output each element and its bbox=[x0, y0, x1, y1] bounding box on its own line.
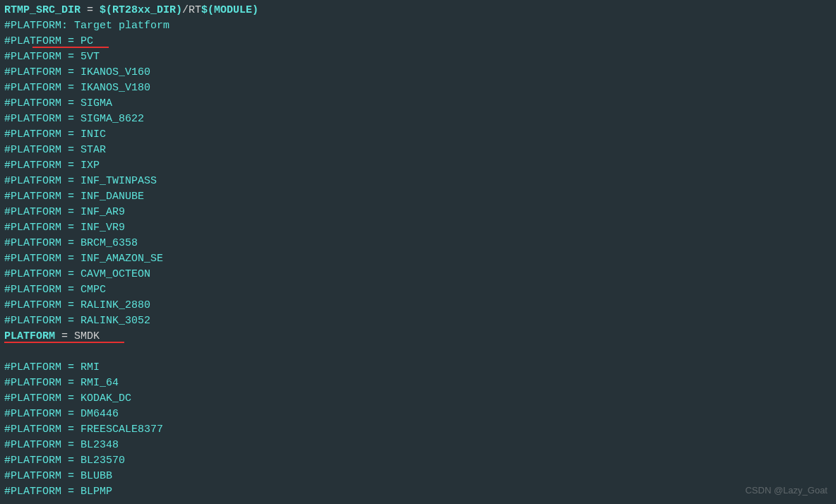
platform-comment: #PLATFORM = SIGMA bbox=[4, 96, 832, 112]
code-line-assignment: RTMP_SRC_DIR = $(RT28xx_DIR)/RT$(MODULE) bbox=[4, 3, 832, 18]
platform-comment: #PLATFORM = CMPC bbox=[4, 282, 832, 298]
path-sep: /RT bbox=[182, 4, 201, 16]
platform-comment: #PLATFORM = IXP bbox=[4, 158, 832, 174]
platform-comment: #PLATFORM = INF_AMAZON_SE bbox=[4, 251, 832, 267]
platform-comment: #PLATFORM = BLUBB bbox=[4, 469, 832, 484]
var-name: RTMP_SRC_DIR bbox=[4, 4, 80, 16]
platform-comment: #PLATFORM = IKANOS_V160 bbox=[4, 65, 832, 80]
var-ref2: $(MODULE) bbox=[201, 4, 258, 16]
platform-comment: #PLATFORM = BLPMP bbox=[4, 484, 832, 500]
platform-comment: #PLATFORM = CAVM_OCTEON bbox=[4, 267, 832, 282]
platform-comment: #PLATFORM = BL2348 bbox=[4, 438, 832, 453]
platform-comment: #PLATFORM = RALINK_2880 bbox=[4, 298, 832, 313]
platform-comment: #PLATFORM = INIC bbox=[4, 127, 832, 143]
platform-comment: #PLATFORM = PC bbox=[4, 34, 832, 49]
platform-comment: #PLATFORM = SIGMA_8622 bbox=[4, 112, 832, 127]
platform-val: = SMDK bbox=[55, 330, 100, 342]
var-ref: $(RT28xx_DIR) bbox=[100, 4, 182, 16]
platform-comment: #PLATFORM = INF_VR9 bbox=[4, 220, 832, 236]
platform-comment: #PLATFORM = INF_DANUBE bbox=[4, 189, 832, 205]
platform-comment: #PLATFORM = STAR bbox=[4, 143, 832, 158]
platform-comment: #PLATFORM = INF_TWINPASS bbox=[4, 174, 832, 189]
platform-comment: #PLATFORM = BL23570 bbox=[4, 453, 832, 469]
platform-comment: #PLATFORM = KODAK_DC bbox=[4, 391, 832, 407]
active-platform-line: PLATFORM = SMDK bbox=[4, 329, 832, 360]
platform-comment: #PLATFORM = RMI bbox=[4, 360, 832, 376]
platform-comment: #PLATFORM = IKANOS_V180 bbox=[4, 80, 832, 96]
equals: = bbox=[80, 4, 100, 16]
platform-comment: #PLATFORM = RMI_64 bbox=[4, 376, 832, 391]
platform-comment: #PLATFORM = INF_AR9 bbox=[4, 205, 832, 220]
platform-var: PLATFORM bbox=[4, 330, 55, 342]
comment-header: #PLATFORM: Target platform bbox=[4, 18, 832, 34]
platform-comment: #PLATFORM = 5VT bbox=[4, 49, 832, 65]
platform-comment: #PLATFORM = FREESCALE8377 bbox=[4, 422, 832, 438]
platform-comment: #PLATFORM = BRCM_6358 bbox=[4, 236, 832, 251]
platform-comment: #PLATFORM = RALINK_3052 bbox=[4, 313, 832, 329]
red-underline bbox=[32, 47, 109, 48]
platform-comment: #PLATFORM = DM6446 bbox=[4, 407, 832, 422]
csdn-watermark: CSDN @Lazy_Goat bbox=[745, 483, 828, 498]
red-underline bbox=[4, 342, 124, 343]
